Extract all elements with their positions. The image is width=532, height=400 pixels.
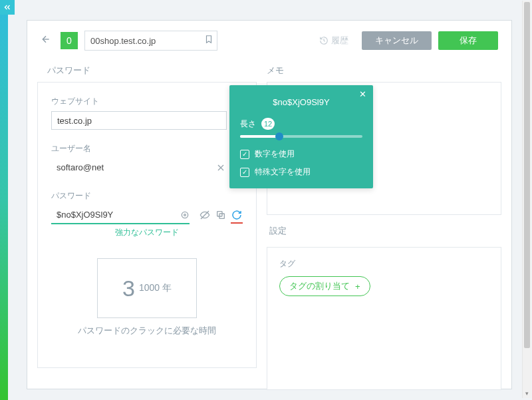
history-button[interactable]: 履歴 — [319, 35, 348, 47]
collapse-sidebar-button[interactable] — [0, 0, 15, 15]
back-button[interactable] — [41, 34, 51, 48]
use-symbols-checkbox[interactable]: 特殊文字を使用 — [240, 166, 362, 178]
username-input[interactable] — [51, 158, 211, 177]
save-button[interactable]: 保存 — [438, 31, 498, 50]
assign-tag-label: タグの割り当て — [289, 280, 350, 292]
main-canvas: 0 履歴 キャンセル 保存 パスワード メモ ウェブサイト — [27, 20, 512, 389]
use-numbers-label: 数字を使用 — [255, 148, 295, 160]
svg-point-8 — [184, 214, 186, 216]
password-input[interactable] — [51, 206, 190, 224]
website-field-block: ウェブサイト — [51, 96, 243, 130]
history-label: 履歴 — [331, 35, 348, 47]
use-symbols-label: 特殊文字を使用 — [255, 166, 311, 178]
scrollbar-thumb[interactable] — [524, 2, 530, 348]
assign-tag-button[interactable]: タグの割り当て + — [279, 276, 370, 296]
crack-time-unit: 1000 年 — [139, 282, 172, 294]
crack-time-box: 3 1000 年 — [97, 258, 197, 318]
item-title-input[interactable] — [84, 31, 217, 51]
gradient-bar — [0, 0, 8, 400]
password-field-block: パスワード — [51, 190, 243, 238]
slider-fill — [240, 135, 279, 138]
topbar: 0 履歴 キャンセル 保存 — [27, 21, 511, 61]
vertical-scrollbar[interactable]: ▾ — [522, 1, 531, 398]
settings-panel: タグ タグの割り当て + — [267, 247, 501, 390]
copy-password-button[interactable] — [215, 209, 227, 221]
password-generator-popover: ✕ $no$XjO9Sl9Y 長さ 12 数字を使用 特殊文字を使用 — [229, 85, 373, 188]
clear-username-button[interactable] — [215, 162, 227, 174]
crack-time-value: 3 — [122, 276, 135, 301]
scrollbar-down-arrow[interactable]: ▾ — [523, 389, 531, 398]
tag-label: タグ — [279, 258, 489, 270]
password-strength-label: 強力なパスワード — [51, 227, 243, 238]
username-field-block: ユーザー名 — [51, 143, 243, 177]
svg-point-7 — [182, 212, 188, 218]
generated-password-preview: $no$XjO9Sl9Y — [240, 97, 362, 107]
security-score-badge: 0 — [61, 32, 78, 49]
length-slider[interactable] — [240, 135, 362, 138]
regenerate-password-button[interactable] — [231, 209, 243, 221]
crack-time-caption: パスワードのクラックに必要な時間 — [51, 325, 243, 337]
slider-thumb[interactable] — [275, 132, 283, 140]
plus-icon: + — [355, 282, 360, 292]
username-label: ユーザー名 — [51, 143, 243, 154]
length-row: 長さ 12 — [240, 118, 362, 130]
section-label-password: パスワード — [47, 65, 267, 77]
app-root: 0 履歴 キャンセル 保存 パスワード メモ ウェブサイト — [0, 0, 532, 400]
section-labels: パスワード メモ — [27, 65, 511, 77]
section-label-memo: メモ — [267, 65, 284, 77]
length-value-badge: 12 — [261, 118, 275, 130]
checkbox-checked-icon — [240, 168, 249, 177]
target-icon[interactable] — [179, 209, 191, 221]
password-label: パスワード — [51, 190, 243, 202]
toggle-visibility-button[interactable] — [199, 209, 211, 221]
section-label-settings: 設定 — [269, 225, 501, 237]
checkbox-checked-icon — [240, 150, 249, 159]
close-popover-button[interactable]: ✕ — [359, 89, 366, 99]
website-input[interactable] — [51, 111, 227, 130]
password-panel: ウェブサイト ユーザー名 — [37, 82, 257, 368]
website-label: ウェブサイト — [51, 96, 243, 107]
use-numbers-checkbox[interactable]: 数字を使用 — [240, 148, 362, 160]
cancel-button[interactable]: キャンセル — [362, 31, 432, 50]
length-label: 長さ — [240, 118, 256, 130]
regenerate-indicator — [231, 222, 243, 224]
